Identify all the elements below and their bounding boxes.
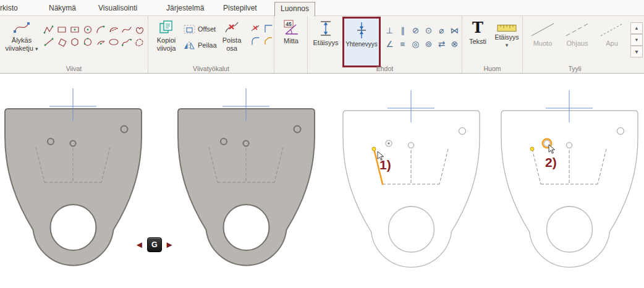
dimension-distance-button[interactable]: Etäisyys ▾ bbox=[492, 19, 522, 65]
line-tools-grid bbox=[42, 23, 146, 48]
up-arrow-icon: ▲ bbox=[634, 25, 638, 31]
circle-center-marker bbox=[388, 142, 389, 144]
ribbon-group-ehdot: Etäisyys Yhtenevyys ⊥ ∥ ⊘ ⊙ ⌀ ⋈ ∠ ≡ ◎ ⊚ … bbox=[308, 16, 462, 73]
spline-tool-button[interactable] bbox=[120, 36, 133, 48]
trim-tools-grid bbox=[248, 22, 274, 47]
tab-jarjestelma[interactable]: Järjestelmä bbox=[161, 2, 210, 16]
smart-chain-label: Älykäs viivaketju bbox=[6, 36, 33, 52]
polygon-tool-button[interactable] bbox=[68, 36, 81, 48]
gallery-scroll-down-button[interactable]: ▼ bbox=[630, 34, 643, 46]
constraint-concentric-button[interactable]: ◎ bbox=[409, 37, 422, 51]
corner-tool-button[interactable] bbox=[261, 22, 274, 35]
circle-3pt-tool-button[interactable] bbox=[81, 36, 94, 48]
group-label-viivat: Viivat bbox=[0, 65, 148, 72]
symmetric-icon: ⊚ bbox=[425, 39, 432, 49]
tab-nakyma[interactable]: Näkymä bbox=[43, 2, 82, 16]
trim-tool-button[interactable] bbox=[248, 22, 261, 35]
arc-3pt-tool-button[interactable] bbox=[107, 23, 120, 36]
corner-icon bbox=[263, 23, 274, 34]
circle-center-icon bbox=[82, 24, 93, 35]
gallery-scroll-up-button[interactable]: ▲ bbox=[630, 22, 643, 34]
arc-center-tool-button[interactable] bbox=[94, 36, 107, 48]
tab-pistepilvet[interactable]: Pistepilvet bbox=[218, 2, 263, 16]
rectangle-center-tool-button[interactable] bbox=[68, 23, 81, 36]
plate-gray-2[interactable] bbox=[178, 88, 315, 265]
ribbon-group-viivat: Älykäs viivaketju ▾ Viivat bbox=[0, 16, 148, 73]
tab-arkisto[interactable]: rkisto bbox=[0, 2, 23, 16]
constraint-parallel-button[interactable]: ∥ bbox=[396, 23, 409, 37]
text-button[interactable]: T Teksti bbox=[465, 19, 491, 65]
arc-tangent-icon bbox=[95, 24, 106, 35]
plate-outline-2[interactable] bbox=[501, 90, 638, 267]
chamfer-tool-button[interactable] bbox=[261, 35, 274, 47]
constraint-connect-button[interactable]: ⋈ bbox=[448, 23, 461, 37]
gallery-more-button[interactable]: ▾ bbox=[630, 46, 643, 57]
measure-label: Mitta bbox=[284, 37, 299, 45]
smart-chain-button[interactable]: Älykäs viivaketju ▾ bbox=[3, 19, 40, 65]
menubar: rkisto Näkymä Visualisointi Järjestelmä … bbox=[0, 0, 644, 15]
chamfer-icon bbox=[263, 35, 274, 46]
constraint-lock-button[interactable]: ⊘ bbox=[409, 23, 422, 37]
freeform-tool-button[interactable] bbox=[133, 36, 146, 48]
circle-center-tool-button[interactable] bbox=[81, 23, 94, 36]
tab-visualisointi[interactable]: Visualisointi bbox=[93, 2, 143, 16]
tab-luonnos[interactable]: Luonnos bbox=[274, 2, 315, 16]
step-label-2: 2) bbox=[545, 155, 557, 170]
closed-curve-tool-button[interactable] bbox=[133, 23, 146, 36]
ellipse-tool-button[interactable] bbox=[107, 36, 120, 48]
style-muoto-button[interactable]: Muoto bbox=[527, 21, 559, 59]
curve-tool-button[interactable] bbox=[120, 23, 133, 36]
constraint-diameter-button[interactable]: ⌀ bbox=[435, 23, 448, 37]
tangent-icon: ⊙ bbox=[425, 25, 432, 35]
remove-part-icon bbox=[223, 19, 240, 35]
text-icon: T bbox=[472, 19, 483, 36]
ruler-icon bbox=[497, 24, 517, 32]
diameter-icon: ⌀ bbox=[439, 25, 444, 35]
constraints-grid: ⊥ ∥ ⊘ ⊙ ⌀ ⋈ ∠ ≡ ◎ ⊚ ⇄ ⊗ bbox=[383, 23, 461, 51]
style-ohjaus-button[interactable]: Ohjaus bbox=[561, 21, 593, 59]
offset-icon bbox=[183, 25, 195, 34]
constraint-horizontal-vertical-button[interactable]: ⇄ bbox=[435, 37, 448, 51]
rectangle-tool-button[interactable] bbox=[55, 23, 68, 36]
line-tool-button[interactable] bbox=[42, 36, 55, 48]
arrow-right-icon: ► bbox=[165, 237, 174, 252]
rotated-rectangle-tool-button[interactable] bbox=[55, 36, 68, 48]
remove-part-button[interactable]: Poista osa bbox=[218, 19, 246, 65]
constraint-tangent-button[interactable]: ⊙ bbox=[422, 23, 435, 37]
closed-curve-icon bbox=[134, 24, 145, 35]
constraint-angle-button[interactable]: ∠ bbox=[383, 37, 396, 51]
mirror-icon bbox=[183, 41, 195, 50]
polyline-icon bbox=[43, 24, 54, 35]
angle-dimension-icon: 45 bbox=[282, 19, 300, 36]
coincident-constraint-button[interactable]: Yhtenevyys bbox=[342, 17, 381, 67]
fillet-icon bbox=[250, 35, 261, 46]
chevron-down-icon: ▾ bbox=[35, 46, 38, 52]
parallel-icon: ∥ bbox=[400, 25, 405, 35]
copy-lines-label: Kopioi viivoja bbox=[151, 36, 182, 52]
polyline-tool-button[interactable] bbox=[42, 23, 55, 36]
arc-tangent-tool-button[interactable] bbox=[94, 23, 107, 36]
curve-icon bbox=[121, 24, 132, 35]
copy-lines-icon bbox=[158, 19, 174, 35]
keyboard-hint: ◄ G ► bbox=[135, 237, 174, 252]
constraint-perpendicular-button[interactable]: ⊥ bbox=[383, 23, 396, 37]
ribbon-group-viivatyokalut: Kopioi viivoja Offset Peilaa Poista osa bbox=[148, 16, 274, 73]
trim-icon bbox=[250, 23, 261, 34]
down-arrow-icon: ▼ bbox=[634, 37, 638, 43]
constraint-symmetric-button[interactable]: ⊚ bbox=[422, 37, 435, 51]
style-ohjaus-label: Ohjaus bbox=[567, 40, 588, 47]
remove-part-label: Poista osa bbox=[218, 36, 246, 52]
arrow-left-icon: ◄ bbox=[135, 237, 144, 252]
plate-outline-1[interactable] bbox=[343, 90, 480, 267]
constraint-equal-button[interactable]: ≡ bbox=[396, 37, 409, 51]
constraint-rigid-button[interactable]: ⊗ bbox=[448, 37, 461, 51]
distance-constraint-button[interactable]: Etäisyys bbox=[310, 19, 341, 65]
fillet-tool-button[interactable] bbox=[248, 35, 261, 47]
group-label-viivatyokalut: Viivatyökalut bbox=[148, 65, 274, 72]
measure-button[interactable]: 45 Mitta bbox=[276, 19, 306, 65]
style-apu-button[interactable]: Apu bbox=[596, 21, 628, 59]
angle-icon: ∠ bbox=[386, 39, 393, 49]
drawing-canvas[interactable] bbox=[0, 74, 644, 288]
copy-lines-button[interactable]: Kopioi viivoja bbox=[151, 19, 182, 65]
plate-gray-1[interactable] bbox=[5, 88, 142, 265]
